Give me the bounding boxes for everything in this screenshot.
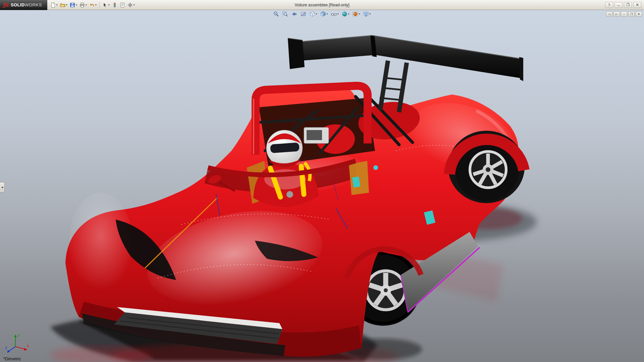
graphics-viewport[interactable]: ▾ ▾ ▾ ▾ ▾ ▾ ◁ ▷ – ❐ ✕ ◀: [0, 10, 644, 362]
zoom-to-area-button[interactable]: [281, 11, 289, 17]
orientation-triad: Y X Z: [5, 333, 31, 354]
display-style-cube-icon: [320, 11, 326, 17]
title-bar: ƷS SOLIDWORKS ▾ ▾ ▾ ▾ ▾ ▾: [0, 0, 644, 10]
appearance-sphere-icon: [342, 11, 348, 17]
minimize-button[interactable]: –: [614, 2, 623, 8]
open-button[interactable]: ▾: [59, 2, 68, 8]
gear-icon: [127, 2, 133, 8]
new-document-icon: [50, 2, 56, 8]
solidworks-logo: ƷS SOLIDWORKS: [0, 0, 47, 10]
chevron-down-icon: ▾: [316, 13, 317, 15]
next-document-button[interactable]: ▷: [613, 11, 620, 17]
view-orientation-cube-icon: [309, 11, 315, 17]
scene-sphere-icon: [353, 11, 359, 17]
chevron-down-icon: ▾: [95, 4, 97, 6]
chevron-down-icon: ▾: [359, 13, 360, 15]
undo-button[interactable]: ▾: [88, 2, 98, 8]
chevron-down-icon: ▾: [66, 4, 67, 6]
document-title: Voiture assemblee [Read-only]: [294, 3, 349, 7]
zoom-to-fit-button[interactable]: [272, 11, 280, 17]
chevron-down-icon: ▾: [86, 4, 87, 6]
file-properties-button[interactable]: [119, 2, 126, 8]
view-settings-button[interactable]: ▾: [363, 11, 372, 17]
chevron-down-icon: ▾: [348, 13, 350, 15]
options-button[interactable]: ▾: [126, 2, 136, 8]
heads-up-toolbar: ▾ ▾ ▾ ▾ ▾ ▾: [272, 11, 371, 17]
toolbar-separator: [99, 2, 100, 8]
new-document-button[interactable]: ▾: [49, 2, 59, 8]
view-orientation-label: *Dimetric: [3, 356, 21, 361]
document-window-controls: ◁ ▷ – ❐ ✕: [606, 11, 642, 17]
ds-logo-icon: ƷS: [3, 2, 9, 8]
hide-show-items-button[interactable]: ▾: [330, 11, 339, 17]
monitor-icon: [363, 11, 369, 17]
edit-appearance-button[interactable]: ▾: [341, 11, 350, 17]
file-properties-icon: [120, 2, 125, 8]
intake-mirror-box: [304, 127, 329, 143]
minimize-document-button[interactable]: –: [621, 11, 627, 17]
triad-z-label: Z: [5, 346, 7, 350]
select-button[interactable]: ▾: [101, 2, 111, 8]
chevron-down-icon: ▾: [326, 13, 328, 15]
restore-button[interactable]: ❐: [624, 2, 632, 8]
chevron-down-icon: ▾: [133, 4, 135, 6]
window-controls: ? – ❐ ✕: [605, 2, 644, 8]
help-button[interactable]: ?: [605, 2, 613, 8]
chevron-down-icon: ▾: [56, 4, 58, 6]
previous-document-button[interactable]: ◁: [606, 11, 612, 17]
chevron-down-icon: ▾: [370, 13, 371, 15]
close-document-button[interactable]: ✕: [636, 11, 642, 17]
zoom-to-fit-icon: [273, 11, 279, 17]
section-view-icon: [300, 11, 306, 17]
select-cursor-icon: [102, 2, 108, 8]
brand-text: SOLIDWORKS: [11, 2, 42, 7]
car-model-render: [0, 10, 644, 362]
restore-document-button[interactable]: ❐: [628, 11, 635, 17]
triad-x-label: X: [27, 344, 29, 348]
chevron-down-icon: ▾: [337, 13, 338, 15]
previous-view-button[interactable]: [290, 11, 298, 17]
feature-panel-collapse-tab[interactable]: ◀: [0, 182, 5, 193]
view-orientation-button[interactable]: ▾: [309, 11, 318, 17]
open-folder-icon: [60, 2, 65, 8]
glasses-icon: [331, 11, 337, 17]
undo-arrow-icon: [89, 2, 95, 8]
printer-icon: [79, 2, 85, 8]
save-floppy-icon: [70, 2, 75, 8]
chevron-down-icon: ▾: [108, 4, 110, 6]
rebuild-colors-button[interactable]: [111, 2, 118, 8]
standard-toolbar: ▾ ▾ ▾ ▾ ▾ ▾ ▾: [47, 2, 138, 8]
print-button[interactable]: ▾: [78, 2, 88, 8]
save-button[interactable]: ▾: [69, 2, 78, 8]
chevron-down-icon: ▾: [76, 4, 77, 6]
zoom-to-area-icon: [282, 11, 288, 17]
rear-wheel: [448, 131, 525, 203]
previous-view-icon: [291, 11, 297, 17]
display-style-button[interactable]: ▾: [319, 11, 328, 17]
close-button[interactable]: ✕: [633, 2, 641, 8]
section-view-button[interactable]: [300, 11, 307, 17]
rebuild-colors-icon: [112, 2, 117, 8]
triad-y-label: Y: [17, 334, 20, 338]
apply-scene-button[interactable]: ▾: [352, 11, 361, 17]
